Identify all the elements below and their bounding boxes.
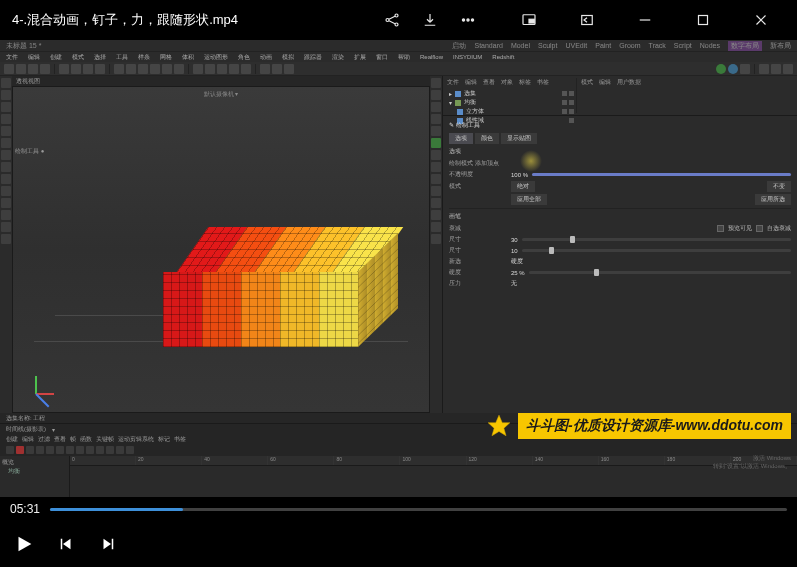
c4d-menubar: 文件编辑创建模式选择工具样条网格体积运动图形角色动画模拟跟踪器渲染扩展窗口帮助R… <box>0 52 797 62</box>
svg-rect-9 <box>699 16 708 25</box>
axis-gizmo <box>31 366 63 398</box>
toolbar-button[interactable] <box>4 64 14 74</box>
doc-tab[interactable]: 未标题 15 * <box>6 41 41 51</box>
current-time: 05:31 <box>10 502 40 516</box>
promo-banner[interactable]: 斗斗图-优质设计资源库-www.ddotu.com <box>486 411 791 441</box>
svg-rect-13 <box>61 539 63 550</box>
progress-bar[interactable] <box>50 508 787 511</box>
svg-rect-7 <box>529 19 534 23</box>
play-button[interactable] <box>12 532 36 556</box>
windows-watermark: 激活 Windows转到"设置"以激活 Windows。 <box>713 455 791 471</box>
object-item[interactable]: 立方体 <box>447 107 576 116</box>
maximize-icon[interactable] <box>685 2 721 38</box>
svg-point-3 <box>462 19 464 21</box>
pip-icon[interactable] <box>511 2 547 38</box>
more-icon[interactable] <box>455 7 481 33</box>
svg-point-5 <box>471 19 473 21</box>
camera-label[interactable]: 默认摄像机 ▾ <box>204 90 239 99</box>
attr-tab[interactable]: 选项 <box>449 133 473 144</box>
prev-button[interactable] <box>54 532 78 556</box>
download-icon[interactable] <box>417 7 443 33</box>
svg-marker-14 <box>104 539 112 550</box>
close-icon[interactable] <box>743 2 779 38</box>
banner-text: 斗斗图-优质设计资源库-www.ddotu.com <box>518 413 791 439</box>
right-tool-palette <box>430 76 442 413</box>
attr-tab[interactable]: 显示贴图 <box>501 133 537 144</box>
svg-marker-11 <box>19 537 32 552</box>
viewport-tabs: 透视视图 <box>12 76 430 86</box>
attribute-manager: ✎ 绘制工具 选项 颜色 显示贴图 选项 绘制模式 添加顶点 不透明度100 %… <box>443 116 797 413</box>
object-item[interactable]: ▸选集 <box>447 89 576 98</box>
minimize-icon[interactable] <box>627 2 663 38</box>
object-item[interactable]: ▾均衡 <box>447 98 576 107</box>
left-tool-palette <box>0 76 12 413</box>
c4d-main-toolbar <box>0 62 797 76</box>
svg-point-2 <box>395 23 398 26</box>
svg-point-1 <box>395 14 398 17</box>
render-picture-icon[interactable] <box>716 64 726 74</box>
perspective-viewport[interactable]: 默认摄像机 ▾ 绘制工具 ● <box>12 86 430 413</box>
cursor-highlight <box>520 150 542 172</box>
window-title: 4-.混合动画，钉子，力，跟随形状.mp4 <box>12 11 238 29</box>
compact-icon[interactable] <box>569 2 605 38</box>
opacity-slider[interactable] <box>532 173 791 176</box>
svg-marker-10 <box>488 415 510 436</box>
track-item[interactable]: 均衡 <box>2 467 67 476</box>
attr-tab[interactable]: 颜色 <box>475 133 499 144</box>
titlebar: 4-.混合动画，钉子，力，跟随形状.mp4 <box>0 0 797 40</box>
c4d-doc-tabs: 未标题 15 * 启动 Standard Model Sculpt UVEdit… <box>0 40 797 52</box>
media-player-controls: 05:31 <box>0 497 797 567</box>
video-area[interactable]: 未标题 15 * 启动 Standard Model Sculpt UVEdit… <box>0 40 797 497</box>
timeline-tracks[interactable]: 020406080100120140160180200 <box>70 456 797 497</box>
gradient-cube <box>163 227 373 347</box>
share-icon[interactable] <box>379 7 405 33</box>
svg-marker-12 <box>63 539 71 550</box>
next-button[interactable] <box>96 532 120 556</box>
svg-point-0 <box>386 19 389 22</box>
svg-point-4 <box>467 19 469 21</box>
size-slider[interactable] <box>522 238 791 241</box>
svg-rect-15 <box>112 539 114 550</box>
attr-title: ✎ 绘制工具 <box>449 121 791 130</box>
star-icon <box>486 413 512 439</box>
object-manager: 文件编辑查看对象标签书签 ▸选集 ▾均衡 立方体 线性域 模式编辑用户数据 <box>443 76 797 116</box>
